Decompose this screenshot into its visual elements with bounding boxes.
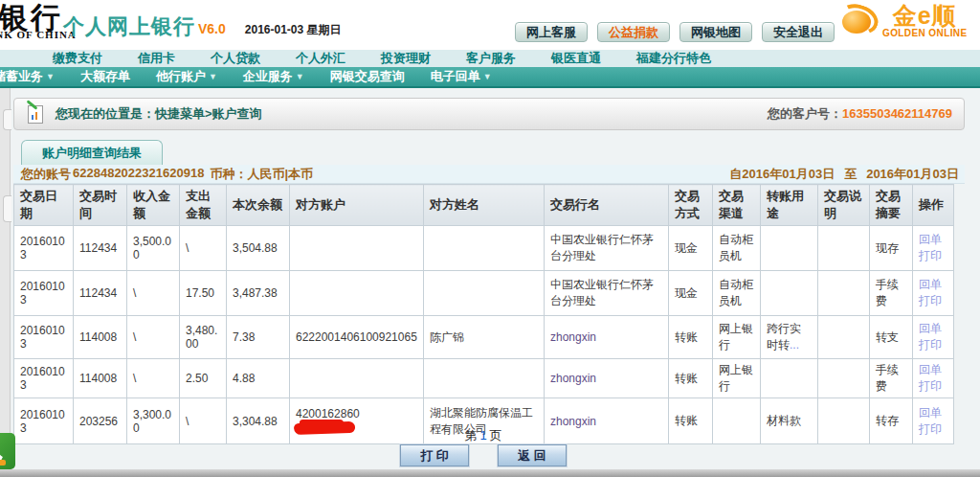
column-header: 对方账户: [290, 185, 424, 226]
column-header: 收入金额: [127, 185, 180, 226]
primary-nav-item[interactable]: 个人贷款: [211, 50, 260, 67]
cell-bank: 中国农业银行仁怀茅台分理处: [545, 271, 669, 316]
currency-label: 币种：人民币|本币: [210, 166, 313, 183]
footer-buttons: 打 印 返 回: [13, 444, 953, 466]
cell-purpose: [761, 226, 818, 271]
tab-label: 账户明细查询结果: [42, 145, 142, 162]
primary-nav-item[interactable]: 缴费支付: [53, 50, 102, 67]
chevron-down-icon: ▼: [209, 72, 217, 81]
cell-action: 回单打印: [913, 316, 954, 359]
desktop-shortcut-icon[interactable]: [0, 433, 15, 469]
truncation-ellipsis: ...: [790, 338, 799, 352]
cell-note: [818, 226, 870, 271]
cell-date: 20160103: [14, 271, 74, 316]
primary-nav-item[interactable]: 信用卡: [138, 50, 175, 67]
cell-balance: 3,504.88: [227, 226, 290, 271]
cell-method: 转账: [669, 359, 713, 398]
secondary-nav-item[interactable]: 他行账户▼: [156, 68, 217, 85]
table-header-row: 交易日期交易时间收入金额支出金额本次余额对方账户对方姓名交易行名交易方式交易渠道…: [14, 185, 954, 226]
product-version: V6.0: [198, 21, 226, 36]
primary-nav-item[interactable]: 福建分行特色: [636, 50, 711, 67]
chevron-down-icon: ▼: [46, 72, 55, 81]
cell-name: [424, 226, 545, 271]
account-label: 您的账号: [21, 166, 71, 183]
cell-balance: 3,487.38: [227, 271, 290, 316]
print-button[interactable]: 打 印: [400, 444, 469, 466]
secondary-nav-item[interactable]: 大额存单: [80, 68, 130, 85]
cell-summary: 手续费: [870, 271, 913, 316]
cell-income: \: [127, 316, 180, 359]
cell-method: 现金: [669, 271, 713, 316]
cell-date: 20160103: [14, 316, 74, 359]
cell-expense: 17.50: [180, 271, 227, 316]
secondary-nav-item[interactable]: 网银交易查询: [330, 68, 405, 85]
receipt-print-link[interactable]: 回单打印: [919, 363, 942, 393]
brand-name-cn: 金e顺: [893, 3, 957, 28]
cell-purpose: 跨行实时转...: [761, 316, 818, 359]
column-header: 交易时间: [74, 185, 127, 226]
cell-summary: 现存: [870, 226, 913, 271]
golden-online-logo: 金e顺 GOLDEN ONLINE: [840, 3, 974, 38]
tab-account-detail-result[interactable]: 账户明细查询结果: [21, 140, 163, 165]
date-range-from: 自2016年01月03日: [729, 166, 835, 183]
sidebar-nub[interactable]: [3, 109, 11, 130]
back-button[interactable]: 返 回: [498, 444, 567, 466]
cell-balance: 4.88: [227, 359, 290, 398]
cell-purpose: [761, 359, 818, 398]
customer-number-value: 1635503462114769: [842, 106, 952, 121]
cell-note: [818, 316, 870, 359]
page-suffix: 页: [490, 428, 502, 443]
cell-time: 112434: [74, 226, 127, 271]
table-row: 20160103114008\3,480.007.386222001406100…: [14, 316, 954, 359]
cell-channel: 自动柜员机: [713, 271, 761, 316]
date-range-join: 至: [844, 166, 857, 183]
receipt-print-link[interactable]: 回单打印: [919, 322, 942, 352]
column-header: 交易渠道: [713, 185, 761, 226]
bottom-edge-bar: [0, 469, 980, 477]
primary-nav-item[interactable]: 银医直通: [551, 50, 601, 67]
secondary-nav-item[interactable]: 企业服务▼: [243, 68, 304, 85]
cell-acct: 6222001406100921065: [290, 316, 424, 359]
column-header: 对方姓名: [424, 185, 545, 226]
column-header: 本次余额: [227, 185, 290, 226]
breadcrumb-bar: 您现在的位置是：快捷菜单>账户查询 您的客户号：1635503462114769: [13, 98, 965, 130]
cell-purpose: [761, 271, 818, 316]
quick-button[interactable]: 网上客服: [515, 22, 588, 42]
column-header: 交易日期: [14, 185, 74, 226]
secondary-nav-item[interactable]: 电子回单▼: [431, 68, 492, 85]
chevron-down-icon: ▼: [296, 72, 304, 81]
column-header: 支出金额: [180, 185, 227, 226]
receipt-print-link[interactable]: 回单打印: [919, 233, 942, 262]
secondary-nav-item[interactable]: 储蓄业务▼: [0, 68, 55, 85]
date-range-to: 2016年01月03日: [866, 166, 959, 183]
cell-name: 陈广锦: [424, 316, 545, 359]
cell-bank: zhongxin: [545, 316, 669, 359]
pagination: 第1页: [13, 427, 953, 444]
column-header: 交易行名: [545, 185, 669, 226]
quick-button[interactable]: 安全退出: [762, 22, 835, 42]
cell-bank: 中国农业银行仁怀茅台分理处: [545, 226, 669, 271]
cell-expense: 3,480.00: [180, 316, 227, 359]
current-date: 2016-01-03 星期日: [245, 22, 342, 38]
secondary-nav-item-label: 他行账户: [156, 68, 206, 85]
cell-time: 112434: [74, 271, 127, 316]
quick-button[interactable]: 网银地图: [679, 22, 752, 42]
cell-income: 3,500.00: [127, 226, 180, 271]
cell-acct: [290, 271, 424, 316]
collapsed-sidebar-strip[interactable]: [0, 88, 11, 469]
quick-button[interactable]: 公益捐款: [597, 22, 670, 42]
receipt-print-link[interactable]: 回单打印: [919, 278, 942, 307]
cell-channel: 自动柜员机: [713, 226, 761, 271]
primary-nav: 缴费支付信用卡个人贷款个人外汇投资理财客户服务银医直通福建分行特色: [0, 50, 980, 67]
cell-date: 20160103: [14, 226, 74, 271]
primary-nav-item[interactable]: 个人外汇: [296, 50, 345, 67]
cell-time: 114008: [74, 316, 127, 359]
cell-summary: 转支: [870, 316, 913, 359]
primary-nav-item[interactable]: 客户服务: [466, 50, 516, 67]
sidebar-nub[interactable]: [3, 195, 11, 222]
secondary-nav-item-label: 网银交易查询: [330, 68, 405, 85]
table-row: 20160103112434\17.503,487.38中国农业银行仁怀茅台分理…: [14, 271, 954, 316]
primary-nav-item[interactable]: 投资理财: [381, 50, 431, 67]
cell-balance: 7.38: [227, 316, 290, 359]
cell-note: [818, 359, 870, 398]
